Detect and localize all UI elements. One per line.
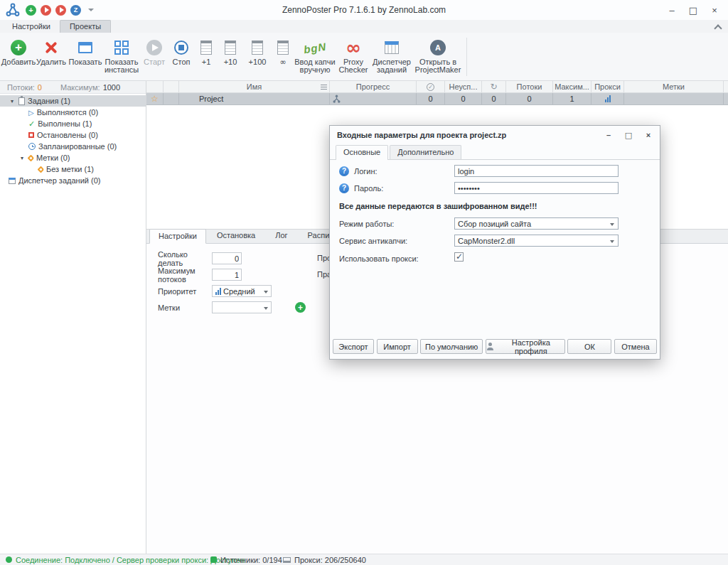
export-button[interactable]: Экспорт bbox=[333, 339, 374, 354]
help-icon[interactable] bbox=[339, 183, 349, 193]
window-icon bbox=[78, 42, 92, 53]
anticaptcha-row: Сервис антикапчи: bbox=[339, 235, 407, 247]
labels-select[interactable] bbox=[212, 301, 272, 313]
tree-item-running[interactable]: Выполняются (0) bbox=[0, 107, 146, 118]
column-header-max[interactable]: Максим... bbox=[553, 81, 592, 92]
dialog-tab-main[interactable]: Основные bbox=[336, 145, 388, 160]
dialog-tab-advanced[interactable]: Дополнительно bbox=[390, 145, 461, 159]
tree-item-scheduled[interactable]: Запланированные (0) bbox=[0, 141, 146, 152]
project-row[interactable]: Project 0 0 0 0 1 bbox=[146, 93, 728, 105]
tab-projects[interactable]: Проекты bbox=[60, 20, 111, 33]
expand-icon[interactable] bbox=[9, 98, 16, 104]
maximize-button[interactable]: □ bbox=[682, 2, 704, 18]
tab-task-settings[interactable]: Настройки bbox=[149, 229, 206, 244]
column-header-success[interactable] bbox=[417, 81, 445, 92]
tree-item-labels[interactable]: Метки (0) bbox=[0, 152, 146, 163]
sidebar: Потоки: 0 Максимум: 1000 Задания (1) Вып… bbox=[0, 81, 146, 554]
add-label-button[interactable] bbox=[295, 302, 306, 313]
stop-button[interactable]: Стоп bbox=[168, 37, 195, 66]
tree-item-completed[interactable]: Выполнены (1) bbox=[0, 118, 146, 129]
delete-task-button[interactable]: Удалить bbox=[34, 37, 68, 66]
anticaptcha-label: Сервис антикапчи: bbox=[339, 237, 407, 245]
minimize-button[interactable]: – bbox=[661, 2, 682, 18]
tree-item-stopped[interactable]: Остановлены (0) bbox=[0, 129, 146, 141]
import-button[interactable]: Импорт bbox=[377, 339, 418, 354]
use-proxy-row: Использовать прокси: bbox=[339, 252, 419, 264]
ok-button[interactable]: ОК bbox=[567, 339, 611, 354]
tries-plus1-button[interactable]: +1 bbox=[195, 37, 218, 66]
proxies-status: Прокси: 206/250640 bbox=[283, 554, 366, 565]
column-header-labels[interactable]: Метки bbox=[624, 81, 724, 92]
priority-bars-icon bbox=[215, 288, 221, 295]
tries-infinite-button[interactable]: ∞ bbox=[272, 37, 294, 66]
notepad-icon bbox=[277, 41, 289, 55]
login-input[interactable] bbox=[454, 165, 619, 177]
profile-settings-button[interactable]: Настройка профиля bbox=[486, 339, 565, 354]
tries-plus10-button[interactable]: +10 bbox=[218, 37, 243, 66]
person-icon bbox=[486, 343, 494, 350]
column-header-failed[interactable]: Неусп... bbox=[445, 81, 482, 92]
tab-settings[interactable]: Настройки bbox=[3, 21, 60, 33]
cancel-button[interactable]: Отмена bbox=[614, 339, 657, 354]
column-header-restarts[interactable] bbox=[482, 81, 506, 92]
favorite-star-icon[interactable] bbox=[151, 94, 159, 104]
proxy-checker-button[interactable]: Proxy Checker bbox=[336, 37, 371, 74]
password-row: Пароль: bbox=[339, 182, 383, 194]
password-label: Пароль: bbox=[354, 184, 383, 193]
dialog-titlebar: Входные параметры для проекта project.zp… bbox=[330, 126, 660, 144]
defaults-button[interactable]: По умолчанию bbox=[420, 339, 483, 354]
column-header-progress[interactable]: Прогресс bbox=[330, 81, 417, 92]
show-instances-button[interactable]: Показать инстансы bbox=[102, 37, 141, 74]
connection-status-icon bbox=[6, 556, 12, 563]
tree-item-task-scheduler[interactable]: Диспетчер заданий (0) bbox=[0, 175, 146, 186]
projectmaker-icon bbox=[430, 40, 446, 55]
max-threads-input[interactable] bbox=[212, 269, 242, 281]
sources-status: Источники: 0/194 bbox=[210, 554, 282, 565]
password-input[interactable] bbox=[454, 182, 619, 194]
use-proxy-checkbox[interactable] bbox=[454, 252, 464, 262]
flow-status-icon bbox=[332, 95, 341, 104]
manual-captcha-button[interactable]: bgN Ввод капчи вручную bbox=[294, 37, 336, 74]
show-button[interactable]: Показать bbox=[68, 37, 102, 66]
column-header-proxy[interactable]: Прокси bbox=[592, 81, 624, 92]
dialog-maximize-button[interactable]: □ bbox=[619, 128, 638, 142]
column-header-threads[interactable]: Потоки bbox=[506, 81, 553, 92]
how-many-row: Сколько делать bbox=[158, 252, 242, 264]
dialog-buttons: Экспорт Импорт По умолчанию Настройка пр… bbox=[333, 339, 657, 354]
quick-zenno-icon[interactable] bbox=[70, 5, 81, 16]
close-button[interactable]: × bbox=[704, 2, 725, 18]
expand-icon[interactable] bbox=[18, 155, 26, 161]
quick-run-icon[interactable] bbox=[55, 5, 66, 16]
task-scheduler-button[interactable]: Диспетчер заданий bbox=[371, 37, 412, 74]
clock-icon bbox=[28, 143, 36, 150]
dialog-close-button[interactable]: × bbox=[638, 128, 658, 142]
column-header-icon[interactable] bbox=[164, 81, 179, 92]
max-threads-row: Максимум потоков bbox=[158, 269, 242, 281]
max-threads-label: Максимум потоков bbox=[158, 267, 212, 284]
tree-item-no-label[interactable]: Без метки (1) bbox=[0, 163, 146, 175]
work-mode-select[interactable]: Сбор позиций сайта bbox=[454, 217, 619, 230]
how-many-label: Сколько делать bbox=[158, 250, 212, 267]
priority-select[interactable]: Средний bbox=[212, 285, 272, 297]
anticaptcha-select[interactable]: CapMonster2.dll bbox=[454, 235, 619, 247]
tree-item-tasks[interactable]: Задания (1) bbox=[0, 95, 146, 107]
threads-value: 0 bbox=[38, 83, 42, 92]
quick-access-dropdown-icon[interactable] bbox=[88, 9, 94, 11]
column-header-name[interactable]: Имя bbox=[179, 81, 330, 92]
column-header-star[interactable] bbox=[146, 81, 164, 92]
tab-task-stop[interactable]: Остановка bbox=[208, 228, 264, 243]
help-icon[interactable] bbox=[339, 166, 349, 176]
proxies-icon bbox=[283, 557, 291, 563]
tries-plus100-button[interactable]: +100 bbox=[243, 37, 272, 66]
play-icon bbox=[28, 108, 34, 117]
priority-row: Приоритет Средний bbox=[158, 285, 272, 297]
start-button[interactable]: Старт bbox=[141, 37, 168, 66]
open-in-projectmaker-button[interactable]: Открыть в ProjectMaker bbox=[412, 37, 464, 74]
threads-summary: Потоки: 0 Максимум: 1000 bbox=[0, 81, 146, 94]
how-many-input[interactable] bbox=[212, 252, 242, 264]
quick-add-task-icon[interactable] bbox=[26, 5, 36, 16]
quick-start-icon[interactable] bbox=[41, 5, 51, 16]
add-task-button[interactable]: Добавить bbox=[3, 37, 34, 66]
tab-task-log[interactable]: Лог bbox=[266, 228, 296, 243]
dialog-minimize-button[interactable]: – bbox=[599, 128, 619, 142]
